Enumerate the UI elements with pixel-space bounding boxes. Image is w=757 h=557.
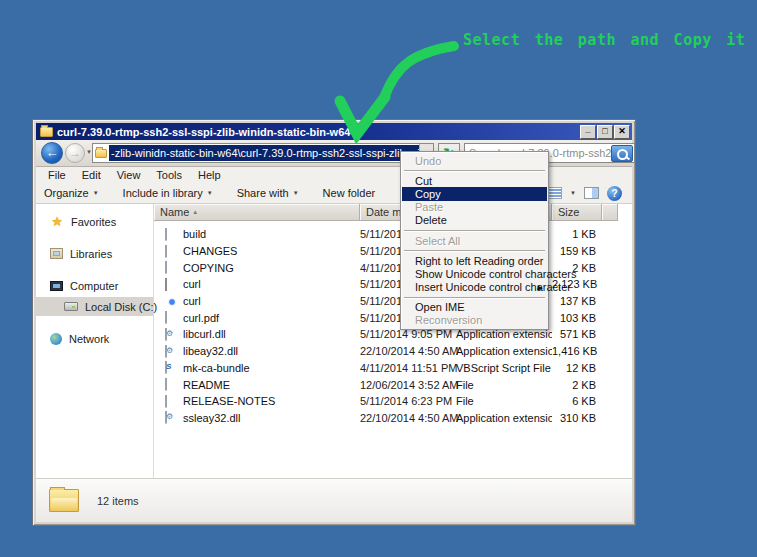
column-header-size[interactable]: Size	[552, 204, 602, 221]
context-menu: UndoCutCopyPasteDeleteSelect AllRight to…	[400, 151, 549, 330]
table-row[interactable]: curl5/11/201137 KB	[154, 293, 632, 310]
context-menu-item-delete[interactable]: Delete	[402, 214, 547, 227]
sidebar-item-computer[interactable]: Computer	[36, 276, 153, 295]
file-name-cell: mk-ca-bundle	[154, 361, 360, 374]
context-menu-item-insert-unicode-control-character[interactable]: Insert Unicode control character▶	[402, 281, 547, 294]
toolbar-button-new-folder[interactable]: New folder	[323, 187, 376, 199]
back-button[interactable]: ←	[41, 142, 63, 164]
application-icon	[165, 278, 178, 291]
close-button[interactable]: ✕	[614, 125, 630, 139]
file-size-cell: 137 KB	[552, 295, 602, 307]
table-row[interactable]: curl.pdf5/11/201103 KB	[154, 309, 632, 326]
file-name-cell: curl	[154, 278, 360, 291]
navigation-pane: ★FavoritesLibrariesComputerLocal Disk (C…	[36, 204, 154, 478]
network-icon	[50, 333, 62, 345]
file-size-cell: 1,416 KB	[552, 345, 602, 357]
toolbar-button-organize[interactable]: Organize▼	[44, 187, 99, 199]
document-icon	[165, 228, 178, 241]
context-menu-item-show-unicode-control-characters[interactable]: Show Unicode control characters	[402, 267, 547, 280]
sidebar-item-label: Computer	[70, 280, 118, 292]
command-items: Organize▼Include in library▼Share with▼N…	[44, 187, 399, 199]
context-menu-item-cut[interactable]: Cut	[402, 174, 547, 187]
file-type-cell: Application extension	[456, 345, 552, 357]
toolbar-button-label: Include in library	[123, 187, 203, 199]
sidebar-item-local-disk-c[interactable]: Local Disk (C:)	[36, 297, 153, 316]
sidebar-item-label: Libraries	[70, 248, 112, 260]
file-date-cell: 5/11/2014 9:05 PM	[360, 328, 456, 340]
titlebar[interactable]: curl-7.39.0-rtmp-ssh2-ssl-sspi-zlib-wini…	[36, 123, 632, 140]
context-menu-item-label: Copy	[415, 188, 441, 200]
file-size-cell: 310 KB	[552, 412, 602, 424]
context-menu-item-open-ime[interactable]: Open IME	[402, 301, 547, 314]
column-header-name[interactable]: Name▲	[154, 204, 360, 221]
toolbar-button-include-in-library[interactable]: Include in library▼	[123, 187, 213, 199]
help-icon[interactable]: ?	[607, 186, 622, 201]
file-name-cell: CHANGES	[154, 245, 360, 258]
file-name-cell: COPYING	[154, 261, 360, 274]
toolbar-button-share-with[interactable]: Share with▼	[237, 187, 299, 199]
file-date-cell: 22/10/2014 4:50 AM	[360, 412, 456, 424]
context-menu-item-label: Open IME	[415, 301, 465, 313]
annotation-text: Select the path and Copy it	[463, 31, 745, 49]
window-controls: _□✕	[580, 125, 630, 139]
context-menu-item-label: Show Unicode control characters	[415, 268, 576, 280]
table-row[interactable]: ssleay32.dll22/10/2014 4:50 AMApplicatio…	[154, 410, 632, 427]
column-headers: Name▲Date modifiedTypeSize	[154, 204, 632, 221]
views-chevron-icon[interactable]: ▼	[570, 190, 576, 196]
menubar-item-edit[interactable]: Edit	[74, 169, 109, 181]
minimize-button[interactable]: _	[580, 125, 596, 139]
table-row[interactable]: build5/11/2011 KB	[154, 226, 632, 243]
search-icon[interactable]	[611, 145, 633, 162]
table-row[interactable]: RELEASE-NOTES5/11/2014 6:23 PMFile6 KB	[154, 393, 632, 410]
toolbar-button-label: New folder	[323, 187, 376, 199]
context-menu-item-select-all[interactable]: Select All	[402, 234, 547, 247]
vbscript-icon	[165, 361, 178, 374]
file-rows: build5/11/2011 KBCHANGES5/11/201159 KBCO…	[154, 221, 632, 426]
table-row[interactable]: libeay32.dll22/10/2014 4:50 AMApplicatio…	[154, 343, 632, 360]
menubar-item-help[interactable]: Help	[190, 169, 229, 181]
sidebar-item-libraries[interactable]: Libraries	[36, 244, 153, 263]
document-icon	[165, 245, 178, 258]
document-icon	[165, 311, 178, 324]
file-type-cell: File	[456, 379, 552, 391]
sidebar-item-network[interactable]: Network	[36, 329, 153, 348]
file-type-cell: File	[456, 395, 552, 407]
file-name-label: RELEASE-NOTES	[183, 395, 275, 407]
maximize-button[interactable]: □	[597, 125, 613, 139]
folder-icon	[40, 127, 53, 137]
context-menu-item-paste[interactable]: Paste	[402, 201, 547, 214]
sidebar-item-label: Favorites	[71, 216, 116, 228]
sidebar-item-favorites[interactable]: ★Favorites	[36, 212, 153, 231]
context-menu-item-label: Right to left Reading order	[415, 255, 543, 267]
command-bar-right: ▼ ?	[546, 186, 622, 201]
context-menu-item-right-to-left-reading-order[interactable]: Right to left Reading order	[402, 254, 547, 267]
chrome-html-icon	[165, 295, 178, 308]
table-row[interactable]: CHANGES5/11/201159 KB	[154, 243, 632, 260]
file-name-cell: curl	[154, 295, 360, 308]
menubar-item-file[interactable]: File	[40, 169, 74, 181]
table-row[interactable]: mk-ca-bundle4/11/2014 11:51 PMVBScript S…	[154, 360, 632, 377]
column-header-blank[interactable]	[602, 204, 618, 221]
chevron-down-icon: ▼	[207, 190, 213, 196]
context-menu-item-label: Undo	[415, 155, 441, 167]
table-row[interactable]: README12/06/2014 3:52 AMFile2 KB	[154, 376, 632, 393]
context-menu-item-copy[interactable]: Copy	[402, 187, 547, 200]
context-menu-item-undo[interactable]: Undo	[402, 154, 547, 167]
forward-button[interactable]: →	[65, 143, 85, 163]
file-name-cell: libeay32.dll	[154, 345, 360, 358]
toolbar-button-label: Organize	[44, 187, 89, 199]
preview-pane-icon[interactable]	[584, 187, 599, 199]
file-name-label: libcurl.dll	[183, 328, 226, 340]
file-date-cell: 12/06/2014 3:52 AM	[360, 379, 456, 391]
address-path-selected[interactable]: -zlib-winidn-static-bin-w64\curl-7.39.0-…	[109, 145, 419, 161]
file-name-label: ssleay32.dll	[183, 412, 240, 424]
file-name-cell: ssleay32.dll	[154, 411, 360, 424]
menubar-item-tools[interactable]: Tools	[148, 169, 190, 181]
table-row[interactable]: libcurl.dll5/11/2014 9:05 PMApplication …	[154, 326, 632, 343]
menubar-item-view[interactable]: View	[109, 169, 149, 181]
submenu-arrow-icon: ▶	[538, 284, 543, 292]
address-bar[interactable]: -zlib-winidn-static-bin-w64\curl-7.39.0-…	[92, 143, 434, 163]
file-type-cell: VBScript Script File	[456, 362, 552, 374]
file-date-cell: 22/10/2014 4:50 AM	[360, 345, 456, 357]
context-menu-item-reconversion[interactable]: Reconversion	[402, 314, 547, 327]
